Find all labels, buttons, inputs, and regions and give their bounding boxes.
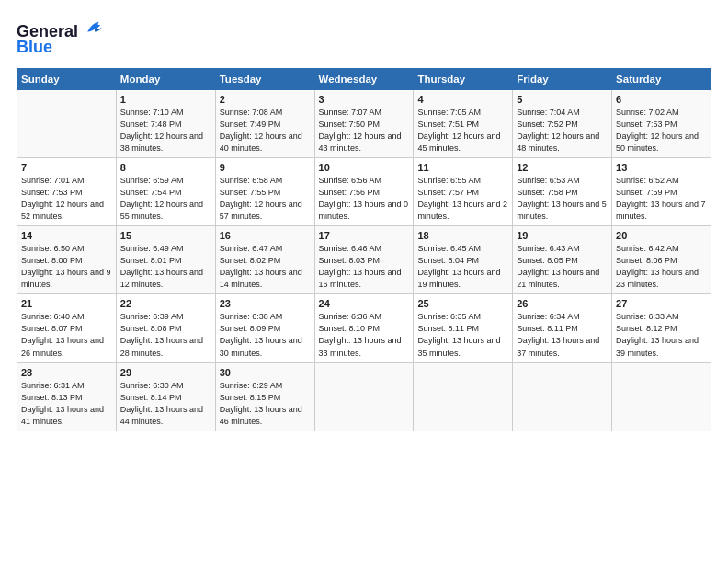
day-number: 22 [120,298,211,309]
day-number: 14 [21,230,112,241]
day-number: 9 [220,162,311,173]
cell-info: Sunrise: 6:53 AM Sunset: 7:58 PM Dayligh… [517,175,608,223]
week-row-2: 7Sunrise: 7:01 AM Sunset: 7:53 PM Daylig… [17,157,711,225]
logo-bird-icon [85,17,105,37]
day-number: 2 [220,94,311,105]
weekday-header-sunday: Sunday [17,68,117,89]
calendar-cell: 15Sunrise: 6:49 AM Sunset: 8:01 PM Dayli… [116,226,215,294]
cell-info: Sunrise: 6:29 AM Sunset: 8:15 PM Dayligh… [220,380,311,428]
calendar-cell [314,362,414,431]
weekday-header-thursday: Thursday [414,68,513,89]
calendar-cell: 13Sunrise: 6:52 AM Sunset: 7:59 PM Dayli… [612,157,711,225]
cell-info: Sunrise: 6:46 AM Sunset: 8:03 PM Dayligh… [319,243,410,291]
calendar-cell: 29Sunrise: 6:30 AM Sunset: 8:14 PM Dayli… [116,362,215,431]
cell-info: Sunrise: 6:30 AM Sunset: 8:14 PM Dayligh… [120,380,211,428]
calendar-cell: 6Sunrise: 7:02 AM Sunset: 7:53 PM Daylig… [612,89,711,157]
day-number: 3 [319,94,410,105]
calendar-table: SundayMondayTuesdayWednesdayThursdayFrid… [17,68,711,431]
weekday-header-wednesday: Wednesday [314,68,414,89]
day-number: 21 [21,298,112,309]
cell-info: Sunrise: 6:59 AM Sunset: 7:54 PM Dayligh… [120,175,211,223]
cell-info: Sunrise: 6:31 AM Sunset: 8:13 PM Dayligh… [21,380,112,428]
day-number: 29 [120,367,211,378]
week-row-4: 21Sunrise: 6:40 AM Sunset: 8:07 PM Dayli… [17,294,711,362]
day-number: 12 [517,162,608,173]
week-row-1: 1Sunrise: 7:10 AM Sunset: 7:48 PM Daylig… [17,89,711,157]
calendar-cell: 2Sunrise: 7:08 AM Sunset: 7:49 PM Daylig… [215,89,314,157]
cell-info: Sunrise: 7:04 AM Sunset: 7:52 PM Dayligh… [517,107,608,155]
cell-info: Sunrise: 6:38 AM Sunset: 8:09 PM Dayligh… [220,311,311,359]
calendar-cell: 26Sunrise: 6:34 AM Sunset: 8:11 PM Dayli… [513,294,612,362]
calendar-cell: 1Sunrise: 7:10 AM Sunset: 7:48 PM Daylig… [116,89,215,157]
cell-info: Sunrise: 6:47 AM Sunset: 8:02 PM Dayligh… [220,243,311,291]
cell-info: Sunrise: 6:58 AM Sunset: 7:55 PM Dayligh… [220,175,311,223]
calendar-cell [17,89,117,157]
calendar-cell: 28Sunrise: 6:31 AM Sunset: 8:13 PM Dayli… [17,362,117,431]
calendar-cell: 16Sunrise: 6:47 AM Sunset: 8:02 PM Dayli… [215,226,314,294]
cell-info: Sunrise: 6:34 AM Sunset: 8:11 PM Dayligh… [517,311,608,359]
calendar-cell: 24Sunrise: 6:36 AM Sunset: 8:10 PM Dayli… [314,294,414,362]
day-number: 24 [319,298,410,309]
calendar-cell [414,362,513,431]
cell-info: Sunrise: 6:36 AM Sunset: 8:10 PM Dayligh… [319,311,410,359]
day-number: 20 [616,230,707,241]
weekday-header-tuesday: Tuesday [215,68,314,89]
weekday-header-monday: Monday [116,68,215,89]
cell-info: Sunrise: 7:08 AM Sunset: 7:49 PM Dayligh… [220,107,311,155]
day-number: 6 [616,94,707,105]
day-number: 17 [319,230,410,241]
day-number: 30 [220,367,311,378]
week-row-5: 28Sunrise: 6:31 AM Sunset: 8:13 PM Dayli… [17,362,711,431]
day-number: 25 [417,298,508,309]
logo: General Blue [17,17,105,57]
cell-info: Sunrise: 6:55 AM Sunset: 7:57 PM Dayligh… [417,175,508,223]
cell-info: Sunrise: 6:56 AM Sunset: 7:56 PM Dayligh… [319,175,410,223]
day-number: 26 [517,298,608,309]
day-number: 10 [319,162,410,173]
day-number: 7 [21,162,112,173]
calendar-cell: 4Sunrise: 7:05 AM Sunset: 7:51 PM Daylig… [414,89,513,157]
calendar-cell [513,362,612,431]
calendar-cell: 30Sunrise: 6:29 AM Sunset: 8:15 PM Dayli… [215,362,314,431]
day-number: 1 [120,94,211,105]
day-number: 13 [616,162,707,173]
day-number: 27 [616,298,707,309]
cell-info: Sunrise: 6:35 AM Sunset: 8:11 PM Dayligh… [417,311,508,359]
day-number: 18 [417,230,508,241]
day-number: 15 [120,230,211,241]
cell-info: Sunrise: 7:05 AM Sunset: 7:51 PM Dayligh… [417,107,508,155]
calendar-cell: 14Sunrise: 6:50 AM Sunset: 8:00 PM Dayli… [17,226,117,294]
cell-info: Sunrise: 6:52 AM Sunset: 7:59 PM Dayligh… [616,175,707,223]
day-number: 8 [120,162,211,173]
cell-info: Sunrise: 6:39 AM Sunset: 8:08 PM Dayligh… [120,311,211,359]
day-number: 19 [517,230,608,241]
cell-info: Sunrise: 7:10 AM Sunset: 7:48 PM Dayligh… [120,107,211,155]
day-number: 16 [220,230,311,241]
calendar-cell: 12Sunrise: 6:53 AM Sunset: 7:58 PM Dayli… [513,157,612,225]
calendar-cell: 18Sunrise: 6:45 AM Sunset: 8:04 PM Dayli… [414,226,513,294]
calendar-cell: 9Sunrise: 6:58 AM Sunset: 7:55 PM Daylig… [215,157,314,225]
calendar-cell: 10Sunrise: 6:56 AM Sunset: 7:56 PM Dayli… [314,157,414,225]
day-number: 28 [21,367,112,378]
calendar-cell: 27Sunrise: 6:33 AM Sunset: 8:12 PM Dayli… [612,294,711,362]
calendar-cell: 7Sunrise: 7:01 AM Sunset: 7:53 PM Daylig… [17,157,117,225]
day-number: 5 [517,94,608,105]
calendar-cell: 25Sunrise: 6:35 AM Sunset: 8:11 PM Dayli… [414,294,513,362]
calendar-cell: 21Sunrise: 6:40 AM Sunset: 8:07 PM Dayli… [17,294,117,362]
cell-info: Sunrise: 7:07 AM Sunset: 7:50 PM Dayligh… [319,107,410,155]
weekday-header-friday: Friday [513,68,612,89]
cell-info: Sunrise: 6:49 AM Sunset: 8:01 PM Dayligh… [120,243,211,291]
cell-info: Sunrise: 6:33 AM Sunset: 8:12 PM Dayligh… [616,311,707,359]
day-number: 4 [417,94,508,105]
calendar-cell: 11Sunrise: 6:55 AM Sunset: 7:57 PM Dayli… [414,157,513,225]
cell-info: Sunrise: 6:42 AM Sunset: 8:06 PM Dayligh… [616,243,707,291]
day-number: 11 [417,162,508,173]
calendar-cell: 5Sunrise: 7:04 AM Sunset: 7:52 PM Daylig… [513,89,612,157]
cell-info: Sunrise: 6:40 AM Sunset: 8:07 PM Dayligh… [21,311,112,359]
calendar-cell: 17Sunrise: 6:46 AM Sunset: 8:03 PM Dayli… [314,226,414,294]
cell-info: Sunrise: 7:02 AM Sunset: 7:53 PM Dayligh… [616,107,707,155]
calendar-cell: 19Sunrise: 6:43 AM Sunset: 8:05 PM Dayli… [513,226,612,294]
calendar-cell: 3Sunrise: 7:07 AM Sunset: 7:50 PM Daylig… [314,89,414,157]
calendar-cell [612,362,711,431]
weekday-header-saturday: Saturday [612,68,711,89]
